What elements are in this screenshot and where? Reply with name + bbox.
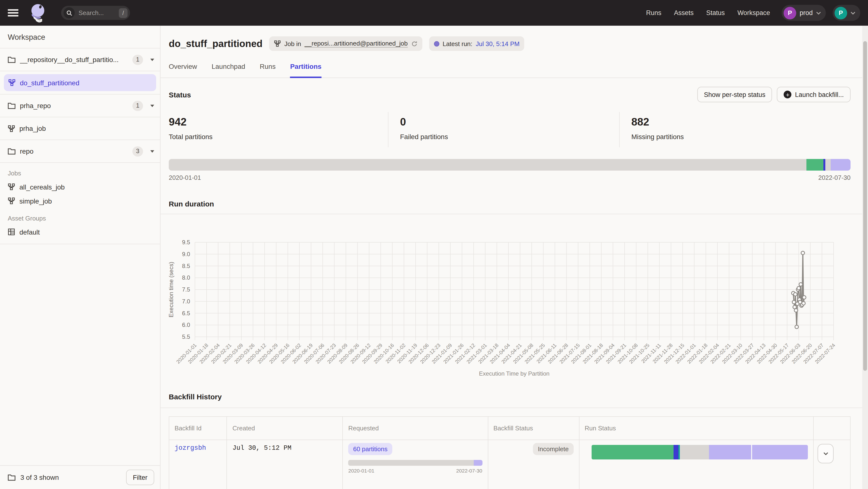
deployment-label: prod [800, 9, 813, 17]
job-origin-prefix: Job in [284, 40, 301, 47]
col-actions [813, 417, 850, 440]
table-row: jozrgsbh Jul 30, 5:12 PM 60 partitions 2… [169, 440, 850, 489]
bar-segment [680, 445, 709, 459]
bar-segment [592, 445, 674, 459]
repo-dropdown-caret-icon[interactable] [150, 150, 154, 153]
nav-workspace[interactable]: Workspace [737, 9, 770, 17]
tab-launchpad[interactable]: Launchpad [212, 59, 245, 77]
svg-text:Execution Time by Partition: Execution Time by Partition [479, 370, 550, 377]
folder-icon [8, 102, 16, 109]
bar-segment [825, 159, 831, 171]
svg-text:8.5: 8.5 [182, 263, 190, 269]
col-created: Created [227, 417, 343, 440]
repo-dropdown-caret-icon[interactable] [150, 58, 154, 61]
filter-button[interactable]: Filter [126, 469, 154, 485]
deployment-switcher[interactable]: P prod [782, 5, 826, 21]
sidebar-item-default-asset-group[interactable]: default [8, 225, 152, 239]
bar-segment [473, 460, 482, 466]
job-tabs: Overview Launchpad Runs Partitions [160, 59, 862, 78]
scrollbar-thumb[interactable] [863, 41, 867, 371]
backfill-history-table: Backfill Id Created Requested Backfill S… [169, 416, 850, 489]
search-shortcut-key: / [119, 8, 127, 18]
nav-assets[interactable]: Assets [674, 9, 694, 17]
backfill-history-title: Backfill History [169, 393, 850, 401]
partition-status-bar[interactable] [169, 159, 850, 171]
backfill-status-badge: Incomplete [533, 443, 574, 455]
col-backfill-status: Backfill Status [488, 417, 579, 440]
repo-count-badge: 1 [132, 55, 143, 65]
sidebar-item-repository-do-stuff[interactable]: __repository__do_stuff_partitio... 1 [0, 48, 160, 71]
svg-text:7.5: 7.5 [182, 286, 190, 293]
page-scrollbar [862, 26, 868, 489]
latest-run-time-link[interactable]: Jul 30, 5:14 PM [476, 40, 520, 47]
sidebar-item-repo[interactable]: repo 3 [0, 140, 160, 163]
show-per-step-status-button[interactable]: Show per-step status [697, 87, 772, 102]
range-end-date: 2022-07-30 [818, 174, 850, 181]
folder-icon [8, 56, 16, 63]
execution-time-chart[interactable]: 9.59.08.58.07.57.06.56.05.52020-01-01202… [160, 214, 855, 384]
tab-partitions[interactable]: Partitions [290, 59, 321, 78]
requested-range-bar [348, 460, 483, 466]
bar-segment [709, 445, 751, 459]
job-icon [8, 183, 15, 191]
requested-partitions-tag[interactable]: 60 partitions [348, 443, 393, 455]
search-placeholder: Search... [79, 9, 115, 17]
stat-total-partitions: 942 Total partitions [169, 112, 388, 147]
nav-status[interactable]: Status [706, 9, 725, 17]
job-icon [8, 79, 16, 86]
nav-runs[interactable]: Runs [646, 9, 661, 17]
svg-text:8.0: 8.0 [182, 274, 190, 281]
user-menu[interactable]: P [833, 5, 860, 21]
range-start-date: 2020-01-01 [169, 174, 201, 181]
sidebar-item-do-stuff-partitioned[interactable]: do_stuff_partitioned [4, 74, 156, 91]
repo-count-badge: 3 [132, 146, 143, 156]
svg-text:9.5: 9.5 [182, 239, 190, 246]
stat-failed-partitions: 0 Failed partitions [388, 112, 619, 147]
col-run-status: Run Status [579, 417, 814, 440]
sidebar-item-simple-job[interactable]: simple_job [8, 194, 152, 208]
run-duration-chart-section: 9.59.08.58.07.57.06.56.05.52020-01-01202… [160, 214, 862, 384]
reload-icon[interactable] [411, 40, 417, 47]
repo-dropdown-caret-icon[interactable] [150, 104, 154, 107]
bar-segment [674, 445, 678, 459]
backfill-id-link[interactable]: jozrgsbh [175, 445, 206, 452]
expand-row-button[interactable] [817, 444, 834, 463]
repo-expanded-section: Jobs all_cereals_job simple_job Asset Gr… [0, 163, 160, 244]
page-title: do_stuff_partitioned [169, 38, 262, 49]
job-icon [274, 40, 281, 47]
tab-runs[interactable]: Runs [260, 59, 275, 77]
sidebar-item-prha-job[interactable]: prha_job [0, 117, 160, 140]
svg-text:5.5: 5.5 [182, 333, 190, 340]
backfill-created-time: Jul 30, 5:12 PM [232, 445, 291, 452]
job-origin-tag: Job in __reposi...artitioned@partitioned… [269, 36, 422, 51]
svg-text:6.0: 6.0 [182, 322, 190, 328]
launch-backfill-button[interactable]: + Launch backfill... [777, 87, 850, 102]
repos-shown-count: 3 of 3 shown [20, 474, 121, 481]
asset-group-icon [8, 228, 15, 235]
status-title: Status [169, 90, 191, 99]
col-requested: Requested [343, 417, 488, 440]
dagster-app: Search... / Runs Assets Status Workspace… [0, 0, 868, 489]
deployment-avatar: P [784, 6, 796, 19]
run-status-bar[interactable] [592, 445, 808, 459]
run-status-dot-icon [434, 41, 439, 46]
hamburger-menu-icon[interactable] [8, 9, 19, 17]
bar-segment [169, 159, 806, 171]
bar-segment [752, 445, 808, 459]
dagster-logo-icon[interactable] [29, 3, 48, 23]
bar-segment [348, 460, 474, 466]
page-header: do_stuff_partitioned Job in __reposi...a… [160, 26, 862, 51]
sidebar-item-prha-repo[interactable]: prha_repo 1 [0, 95, 160, 117]
table-header-row: Backfill Id Created Requested Backfill S… [169, 417, 850, 440]
job-origin-target[interactable]: __reposi...artitioned@partitioned_job [305, 40, 408, 47]
partition-range-labels: 2020-01-01 2022-07-30 [169, 174, 850, 181]
chevron-down-icon [816, 11, 821, 14]
search-input[interactable]: Search... / [61, 6, 130, 20]
bar-segment [824, 159, 825, 171]
job-icon [8, 197, 15, 204]
sidebar-item-all-cereals-job[interactable]: all_cereals_job [8, 180, 152, 194]
partition-stats: 942 Total partitions 0 Failed partitions… [160, 112, 862, 147]
tab-overview[interactable]: Overview [169, 59, 197, 77]
latest-run-label: Latest run: [442, 40, 472, 47]
jobs-section-label: Jobs [8, 170, 152, 177]
